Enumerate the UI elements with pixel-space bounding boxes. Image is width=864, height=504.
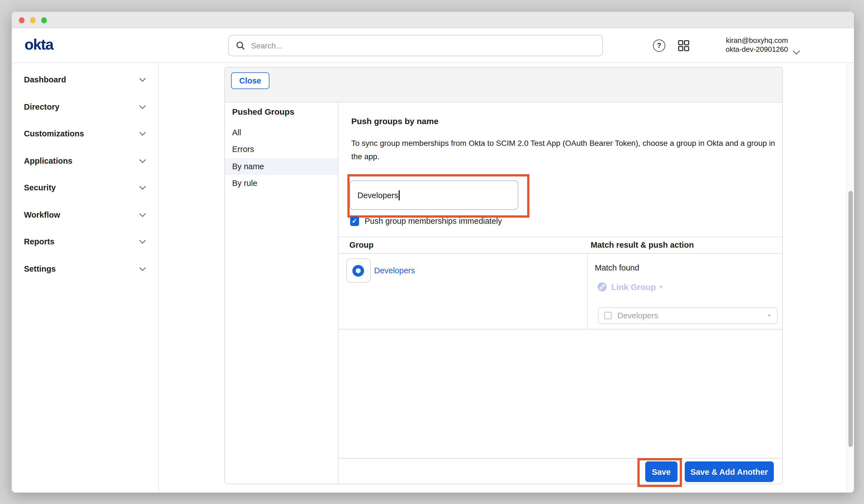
check-icon: ✓ <box>351 218 357 225</box>
sidebar-item-label: Reports <box>24 237 55 246</box>
chevron-down-icon <box>139 211 146 217</box>
pushed-groups-title: Pushed Groups <box>225 103 338 116</box>
app-group-selected-value: Developers <box>617 311 658 320</box>
nav-item-by-rule[interactable]: By rule <box>225 175 338 192</box>
table-header: Group Match result & push action <box>338 237 782 254</box>
chevron-down-icon <box>139 264 146 271</box>
link-group-caret-down-icon: ▾ <box>660 284 662 290</box>
push-by-name-form: Push groups by name To sync group member… <box>338 103 782 483</box>
sidebar-item-label: Dashboard <box>24 75 66 84</box>
search-input[interactable] <box>250 40 602 50</box>
sidebar-item-security[interactable]: Security <box>12 174 158 201</box>
sidebar-item-reports[interactable]: Reports <box>12 228 158 255</box>
sidebar-item-settings[interactable]: Settings <box>12 255 158 282</box>
sidebar-item-label: Applications <box>24 156 72 165</box>
help-glyph: ? <box>657 42 661 49</box>
push-immediately-checkbox[interactable]: ✓ <box>350 217 359 226</box>
pushed-groups-nav: Pushed Groups All Errors By name By rule <box>225 103 338 483</box>
link-icon <box>597 282 607 292</box>
close-window-button[interactable] <box>19 17 25 23</box>
form-heading: Push groups by name <box>351 116 439 126</box>
browser-window: okta ? kiran@boxyhq.com okta-dev-2090126… <box>12 12 854 492</box>
match-status: Match found <box>595 263 639 272</box>
chevron-down-icon <box>139 75 146 82</box>
nav-item-by-name[interactable]: By name <box>225 158 338 175</box>
chevron-down-icon <box>139 156 146 163</box>
sidebar-item-label: Settings <box>24 264 56 273</box>
sidebar-item-workflow[interactable]: Workflow <box>12 201 158 228</box>
group-avatar <box>346 258 371 283</box>
sidebar-item-dashboard[interactable]: Dashboard <box>12 66 158 93</box>
main-area: Dashboard Directory Customizations Appli… <box>12 63 854 492</box>
select-caret-down-icon: ▾ <box>768 313 770 319</box>
app-header: okta ? kiran@boxyhq.com okta-dev-2090126… <box>12 28 854 63</box>
desktop: okta ? kiran@boxyhq.com okta-dev-2090126… <box>0 0 864 504</box>
sidebar-item-directory[interactable]: Directory <box>12 93 158 120</box>
push-immediately-label: Push group memberships immediately <box>365 217 502 226</box>
scrollbar-thumb[interactable] <box>848 191 853 447</box>
user-email: kiran@boxyhq.com <box>726 36 788 45</box>
pushed-groups-list: All Errors By name By rule <box>225 124 338 191</box>
table-row: Developers Match found <box>338 254 782 329</box>
match-result-cell: Match found <box>587 254 782 329</box>
sidebar: Dashboard Directory Customizations Appli… <box>12 63 158 492</box>
scrollbar-track[interactable] <box>846 63 854 492</box>
sidebar-item-label: Directory <box>24 103 59 111</box>
group-name-input-value: Developers <box>357 191 398 200</box>
nav-item-errors[interactable]: Errors <box>225 141 338 158</box>
org-id: okta-dev-20901260 <box>726 45 788 54</box>
chevron-down-icon <box>139 183 146 190</box>
push-immediately-row: ✓ Push group memberships immediately <box>350 217 502 226</box>
search-icon <box>236 41 245 50</box>
group-name-input[interactable]: Developers <box>350 180 518 210</box>
form-footer: Save Save & Add Another <box>338 458 782 483</box>
app-group-icon <box>604 312 612 320</box>
user-menu-chevron-down-icon <box>792 47 800 54</box>
panel-body: Pushed Groups All Errors By name By rule… <box>225 103 782 483</box>
column-header-group: Group <box>349 237 374 254</box>
global-search[interactable] <box>228 35 603 56</box>
close-button[interactable]: Close <box>231 72 269 89</box>
link-group-label: Link Group <box>611 282 656 292</box>
app-group-select[interactable]: Developers ▾ <box>598 307 778 324</box>
minimize-window-button[interactable] <box>30 17 36 23</box>
sidebar-item-label: Workflow <box>24 211 60 219</box>
nav-item-all[interactable]: All <box>225 124 338 141</box>
apps-grid-icon[interactable] <box>677 39 690 52</box>
sidebar-item-label: Customizations <box>24 129 84 138</box>
text-cursor <box>399 190 400 200</box>
okta-logo: okta <box>24 36 53 53</box>
save-button[interactable]: Save <box>645 461 677 482</box>
group-icon <box>352 265 364 276</box>
group-link-developers[interactable]: Developers <box>374 266 415 275</box>
sidebar-item-label: Security <box>24 183 56 192</box>
content-area: Close Pushed Groups All Errors By name B… <box>158 63 854 492</box>
save-add-another-button[interactable]: Save & Add Another <box>685 461 773 482</box>
form-description: To sync group memberships from Okta to S… <box>351 136 776 163</box>
sidebar-item-applications[interactable]: Applications <box>12 147 158 174</box>
window-titlebar <box>12 12 854 29</box>
chevron-down-icon <box>139 103 146 109</box>
link-group-dropdown[interactable]: Link Group ▾ <box>597 282 662 292</box>
chevron-down-icon <box>139 129 146 136</box>
panel-toolbar: Close <box>225 67 782 103</box>
zoom-window-button[interactable] <box>41 17 47 23</box>
sidebar-item-customizations[interactable]: Customizations <box>12 120 158 147</box>
push-groups-panel: Close Pushed Groups All Errors By name B… <box>224 67 783 484</box>
user-menu[interactable]: kiran@boxyhq.com okta-dev-20901260 <box>726 36 788 54</box>
help-icon[interactable]: ? <box>653 39 665 52</box>
column-header-match-result: Match result & push action <box>591 237 694 254</box>
chevron-down-icon <box>139 237 146 244</box>
